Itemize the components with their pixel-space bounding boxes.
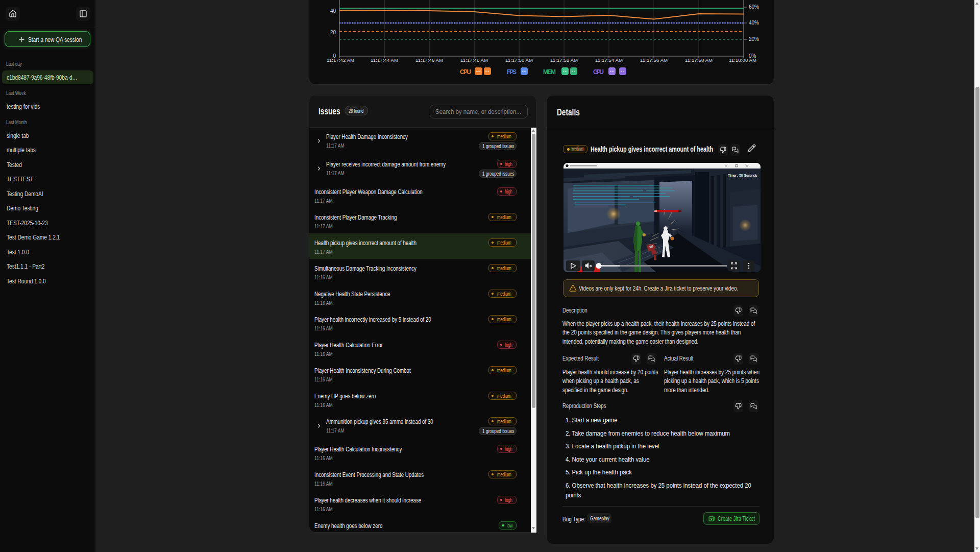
- svg-text:20%: 20%: [749, 36, 759, 42]
- svg-text:11:17:42 AM: 11:17:42 AM: [327, 57, 354, 63]
- svg-text:11:17:52 AM: 11:17:52 AM: [550, 57, 578, 63]
- svg-text:11:18:00 AM: 11:18:00 AM: [729, 57, 756, 63]
- svg-text:11:17:44 AM: 11:17:44 AM: [371, 57, 398, 63]
- svg-text:GPU: GPU: [593, 68, 604, 76]
- svg-text:CPU: CPU: [460, 68, 471, 76]
- svg-text:FPS: FPS: [507, 68, 517, 76]
- svg-text:60%: 60%: [749, 4, 759, 10]
- svg-text:11:17:50 AM: 11:17:50 AM: [505, 57, 533, 63]
- svg-text:20: 20: [330, 30, 336, 35]
- svg-text:Timer : 50 Seconds: Timer : 50 Seconds: [728, 173, 757, 178]
- svg-text:11:17:46 AM: 11:17:46 AM: [415, 57, 443, 63]
- svg-text:40%: 40%: [749, 20, 759, 26]
- svg-text:11:17:48 AM: 11:17:48 AM: [460, 57, 488, 63]
- svg-text:11:17:56 AM: 11:17:56 AM: [640, 57, 668, 63]
- svg-text:11:17:54 AM: 11:17:54 AM: [595, 57, 623, 63]
- svg-text:MEM: MEM: [543, 68, 556, 76]
- svg-text:11:17:58 AM: 11:17:58 AM: [685, 57, 713, 63]
- svg-text:40: 40: [330, 8, 336, 14]
